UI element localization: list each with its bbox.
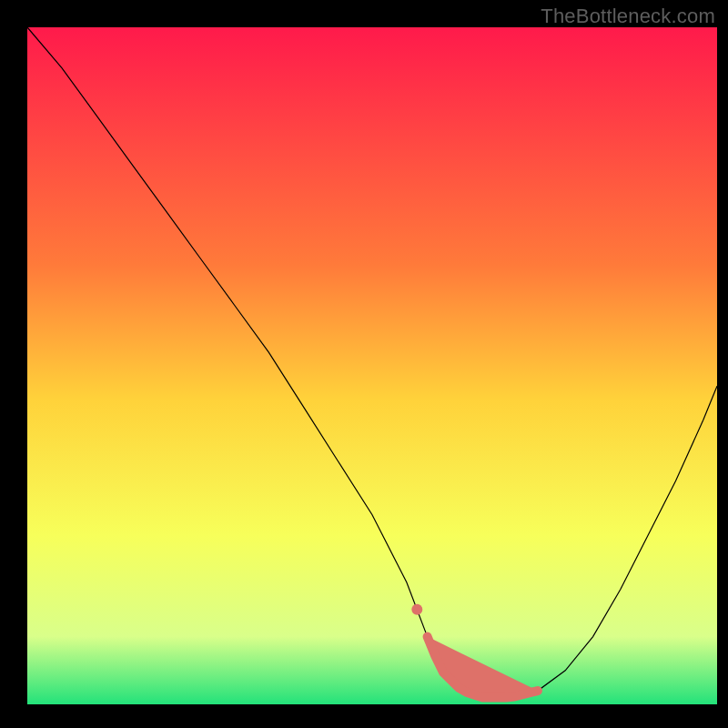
gradient-background	[27, 27, 717, 704]
chart-root: TheBottleneck.com	[0, 0, 728, 728]
chart-svg	[0, 0, 728, 728]
svg-point-0	[411, 604, 422, 615]
